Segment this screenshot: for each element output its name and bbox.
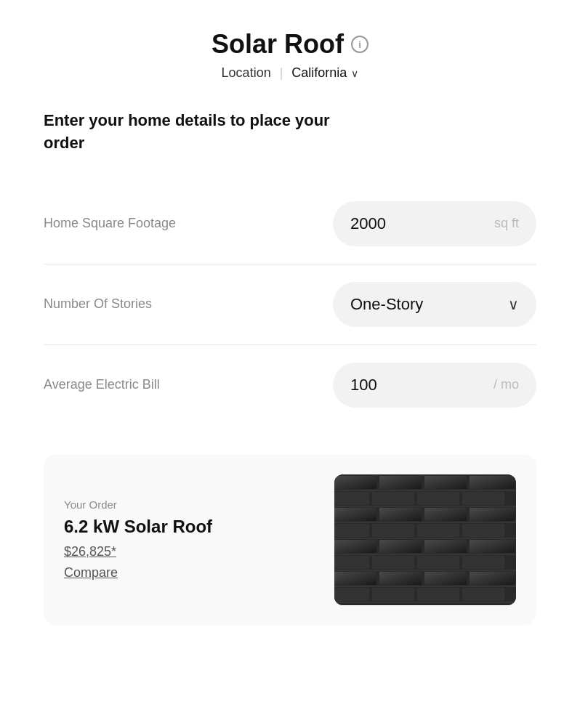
page-header: Solar Roof i Location | California ∨ bbox=[44, 29, 536, 81]
svg-rect-27 bbox=[424, 540, 467, 553]
location-label: Location bbox=[222, 65, 271, 81]
solar-roof-image bbox=[334, 474, 516, 605]
svg-rect-10 bbox=[379, 476, 422, 489]
svg-rect-32 bbox=[462, 556, 504, 569]
order-card: Your Order 6.2 kW Solar Roof $26,825* Co… bbox=[44, 454, 536, 626]
electric-bill-label: Average Electric Bill bbox=[44, 376, 160, 394]
home-details-form: Home Square Footage sq ft Number Of Stor… bbox=[44, 184, 536, 425]
svg-rect-19 bbox=[424, 508, 467, 521]
svg-rect-14 bbox=[372, 492, 414, 505]
svg-rect-37 bbox=[334, 588, 369, 601]
info-icon[interactable]: i bbox=[351, 36, 368, 53]
svg-rect-34 bbox=[379, 572, 422, 585]
chevron-down-icon: ∨ bbox=[351, 68, 358, 79]
svg-rect-38 bbox=[372, 588, 414, 601]
svg-rect-31 bbox=[417, 556, 459, 569]
stories-label: Number Of Stories bbox=[44, 295, 152, 313]
order-price[interactable]: $26,825* bbox=[64, 544, 320, 559]
svg-rect-23 bbox=[417, 524, 459, 537]
order-label: Your Order bbox=[64, 498, 320, 511]
order-info: Your Order 6.2 kW Solar Roof $26,825* Co… bbox=[64, 498, 320, 581]
svg-rect-33 bbox=[334, 572, 376, 585]
svg-rect-26 bbox=[379, 540, 422, 553]
svg-rect-17 bbox=[334, 508, 376, 521]
svg-rect-29 bbox=[334, 556, 369, 569]
order-product-name: 6.2 kW Solar Roof bbox=[64, 517, 320, 537]
svg-rect-22 bbox=[372, 524, 414, 537]
solar-roof-svg bbox=[334, 474, 516, 605]
square-footage-label: Home Square Footage bbox=[44, 214, 176, 232]
electric-bill-input[interactable] bbox=[350, 376, 423, 395]
stories-select[interactable]: One-Story ∨ bbox=[333, 282, 536, 327]
svg-rect-18 bbox=[379, 508, 422, 521]
svg-rect-11 bbox=[424, 476, 467, 489]
svg-rect-24 bbox=[462, 524, 504, 537]
page-subtitle: Enter your home details to place your or… bbox=[44, 110, 349, 155]
svg-rect-15 bbox=[417, 492, 459, 505]
svg-rect-35 bbox=[424, 572, 467, 585]
location-row: Location | California ∨ bbox=[44, 65, 536, 81]
location-divider: | bbox=[280, 65, 283, 81]
svg-rect-16 bbox=[462, 492, 504, 505]
page-title: Solar Roof bbox=[212, 29, 344, 60]
electric-bill-input-pill[interactable]: / mo bbox=[333, 363, 536, 408]
svg-rect-13 bbox=[334, 492, 369, 505]
svg-rect-12 bbox=[470, 476, 515, 489]
svg-rect-40 bbox=[462, 588, 504, 601]
stories-row: Number Of Stories One-Story ∨ bbox=[44, 264, 536, 344]
svg-rect-20 bbox=[470, 508, 515, 521]
svg-rect-21 bbox=[334, 524, 369, 537]
svg-rect-25 bbox=[334, 540, 376, 553]
svg-rect-28 bbox=[470, 540, 515, 553]
svg-rect-39 bbox=[417, 588, 459, 601]
electric-bill-row: Average Electric Bill / mo bbox=[44, 345, 536, 425]
square-footage-input-pill[interactable]: sq ft bbox=[333, 201, 536, 246]
svg-rect-36 bbox=[470, 572, 515, 585]
electric-bill-unit: / mo bbox=[494, 377, 519, 392]
location-selector[interactable]: California ∨ bbox=[291, 65, 358, 81]
order-compare-link[interactable]: Compare bbox=[64, 565, 320, 581]
title-row: Solar Roof i bbox=[44, 29, 536, 60]
svg-rect-9 bbox=[334, 476, 376, 489]
square-footage-row: Home Square Footage sq ft bbox=[44, 184, 536, 264]
location-value: California bbox=[291, 65, 347, 81]
svg-rect-30 bbox=[372, 556, 414, 569]
stories-chevron-icon: ∨ bbox=[508, 296, 519, 313]
square-footage-input[interactable] bbox=[350, 214, 423, 233]
square-footage-unit: sq ft bbox=[494, 216, 519, 231]
stories-value: One-Story bbox=[350, 295, 423, 314]
